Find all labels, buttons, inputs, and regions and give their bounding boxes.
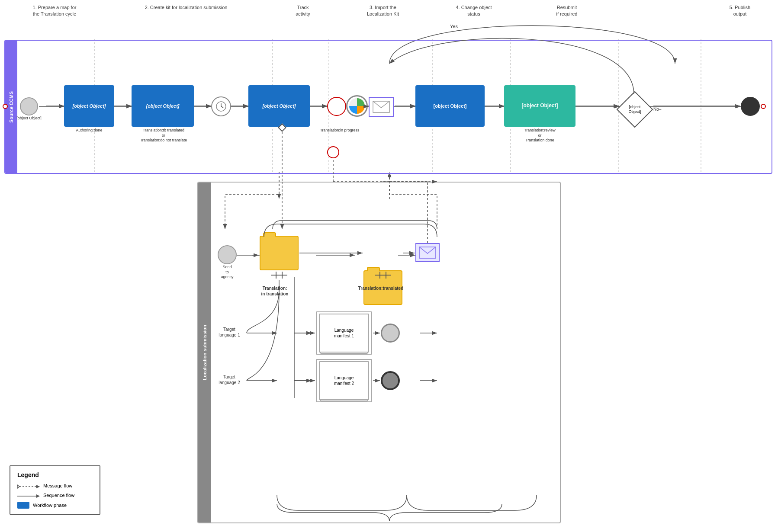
lang-2-end-circle — [381, 371, 400, 390]
authoring-done-label: Authoring:done — [64, 128, 114, 132]
phase4-label: 3. Import theLocalization Kit — [333, 4, 433, 18]
phase3-label: Trackactivity — [277, 4, 329, 18]
loc-submission-area: Localization submission — [197, 182, 561, 523]
legend-title: Legend — [17, 471, 93, 478]
finalize-node: [object Object] — [64, 85, 114, 127]
svg-marker-46 — [17, 485, 19, 488]
svg-marker-48 — [36, 485, 40, 488]
folder-2-connector — [375, 272, 391, 279]
end-circle — [741, 97, 760, 116]
start-red-dot — [3, 104, 8, 109]
generate-kit-node: [object Object] — [248, 85, 310, 127]
end-red-dot — [761, 104, 766, 109]
phase5-label: 4. Change objectstatus — [437, 4, 511, 18]
send-to-agency-label: Sendtoagency — [212, 265, 242, 280]
import-kit-node: [object Object] — [415, 85, 485, 127]
start-circle — [20, 97, 38, 115]
loc-divider-2 — [210, 437, 561, 437]
target-lang-1-label: Targetlanguage 1 — [212, 327, 247, 338]
send-to-agency-circle — [218, 245, 237, 264]
red-circle-2 — [327, 146, 339, 158]
retrans-diamond: [object Object] — [620, 94, 650, 125]
phase7-label: 5. Publishoutput — [705, 4, 775, 18]
create-manifest-node: [object Object] — [132, 85, 194, 127]
clock-icon-1 — [211, 96, 231, 116]
lang-manifest-1: Languagemanifest 1 — [316, 311, 372, 355]
receive-request-label: [object Object] — [13, 116, 45, 121]
folder-1 — [260, 236, 299, 270]
phase2-label: 2. Create kit for localization submissio… — [100, 4, 273, 11]
folder-1-connector — [271, 272, 287, 279]
envelope-loc — [415, 243, 440, 262]
svg-marker-50 — [36, 494, 40, 498]
lang-1-end-circle — [381, 324, 400, 343]
legend-workflow-phase: Workflow phase — [17, 502, 93, 509]
in-translation-label: Translation:in translation — [249, 285, 301, 297]
optional-review-node: [object Object] — [504, 85, 575, 127]
in-progress-label: Translation:in progress — [312, 128, 368, 132]
envelope-icon-workflow — [369, 97, 394, 117]
phase1-label: 1. Prepare a map forthe Translation cycl… — [16, 4, 93, 18]
diagram-container: 1. Prepare a map forthe Translation cycl… — [0, 0, 778, 532]
progress-circle-icon — [346, 95, 368, 117]
target-lang-2-label: Targetlanguage 2 — [212, 374, 247, 385]
tb-translated-label: Translation:tb translatedorTranslation:d… — [129, 128, 198, 143]
no-label: No– — [653, 107, 661, 112]
phase6-label: Resubmitif required — [515, 4, 619, 18]
svg-line-36 — [221, 106, 223, 108]
yes-label: Yes — [450, 24, 458, 29]
translated-label: Translation:translated — [355, 285, 407, 291]
review-done-label: Translation:revieworTranslation:done — [500, 128, 580, 143]
lang-manifest-2: Languagemanifest 2 — [316, 359, 372, 402]
legend-message-flow: Message flow — [17, 483, 93, 489]
red-circle-1 — [327, 97, 346, 116]
legend-box: Legend Message flow Sequence flow — [10, 465, 100, 515]
legend-sequence-flow: Sequence flow — [17, 492, 93, 498]
loc-swimlane-label: Localization submission — [198, 183, 211, 522]
